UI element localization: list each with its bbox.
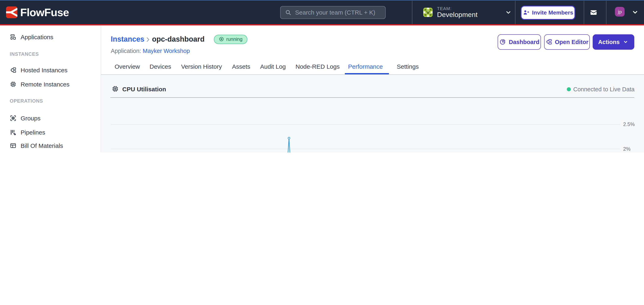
svg-text:2.5%: 2.5% (623, 121, 635, 127)
svg-text:2%: 2% (623, 146, 630, 152)
